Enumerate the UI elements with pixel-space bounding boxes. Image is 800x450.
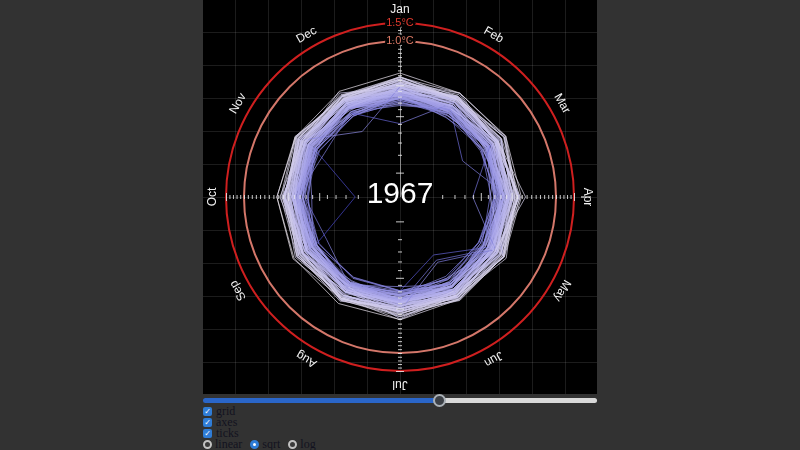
sqrt-radio-label: sqrt <box>262 439 280 450</box>
log-radio[interactable] <box>288 440 297 449</box>
grid-checkbox[interactable] <box>203 407 212 416</box>
scale-radio-group: linear sqrt log <box>203 439 597 450</box>
year-slider[interactable] <box>203 398 597 403</box>
climate-spiral-app: grid axes ticks linear sqrt log <box>203 0 597 450</box>
axes-checkbox[interactable] <box>203 418 212 427</box>
toggle-row-grid: grid <box>203 406 597 417</box>
sqrt-radio[interactable] <box>250 440 259 449</box>
linear-radio-label: linear <box>215 439 242 450</box>
ticks-checkbox[interactable] <box>203 429 212 438</box>
scale-option-log[interactable]: log <box>288 439 315 450</box>
visualization-container <box>203 0 597 394</box>
log-radio-label: log <box>300 439 315 450</box>
scale-option-sqrt[interactable]: sqrt <box>250 439 280 450</box>
climate-spiral-canvas <box>203 0 597 394</box>
toggle-row-axes: axes <box>203 417 597 428</box>
scale-option-linear[interactable]: linear <box>203 439 242 450</box>
linear-radio[interactable] <box>203 440 212 449</box>
